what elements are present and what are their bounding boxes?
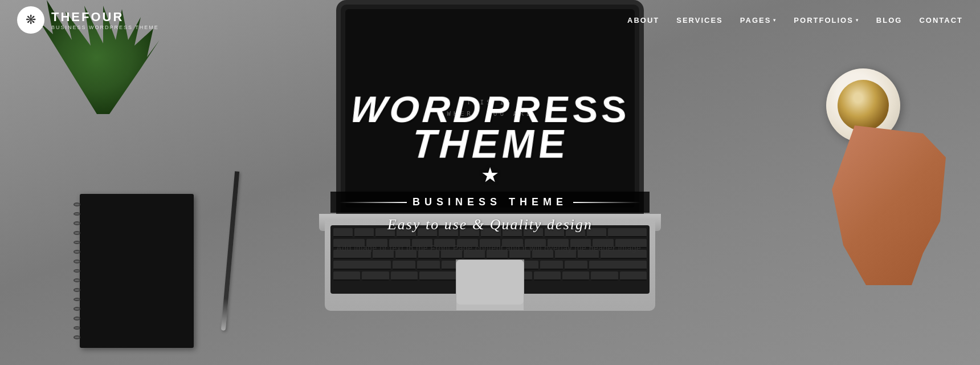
band-line-right bbox=[573, 202, 640, 203]
nav-services[interactable]: SERVICES bbox=[676, 16, 723, 25]
logo-name: THEFOUR bbox=[51, 10, 159, 25]
hero-subtitle: Add image or text to the Front Page cont… bbox=[330, 244, 650, 253]
coffee-area bbox=[786, 68, 946, 297]
hero-main-title: WORDPRESS THEME bbox=[330, 91, 650, 161]
hero-content-placeholder bbox=[456, 259, 524, 311]
nav-contact[interactable]: CONTACT bbox=[919, 16, 963, 25]
main-nav: ❋ THEFOUR BUSINESS WORDPRESS THEME ABOUT… bbox=[0, 0, 980, 40]
portfolios-dropdown-arrow: ▾ bbox=[856, 18, 859, 23]
nav-links: ABOUT SERVICES PAGES ▾ PORTFOLIOS ▾ BLOG… bbox=[627, 16, 963, 25]
logo-tagline: BUSINESS WORDPRESS THEME bbox=[51, 25, 159, 30]
star-separator: ★ bbox=[330, 161, 650, 189]
hero-section: THIS IS WHERE YOU ARE bbox=[0, 0, 980, 365]
coffee-liquid bbox=[838, 80, 889, 131]
logo-area[interactable]: ❋ THEFOUR BUSINESS WORDPRESS THEME bbox=[17, 6, 159, 34]
nav-blog[interactable]: BLOG bbox=[876, 16, 903, 25]
nav-pages[interactable]: PAGES ▾ bbox=[740, 16, 777, 25]
nav-about[interactable]: ABOUT bbox=[627, 16, 659, 25]
notebook-spiral bbox=[73, 202, 81, 339]
hand-prop bbox=[832, 125, 946, 285]
logo-icon: ❋ bbox=[17, 6, 44, 34]
business-theme-band: BUSINESS THEME bbox=[330, 192, 650, 213]
pages-dropdown-arrow: ▾ bbox=[773, 18, 777, 23]
hero-script-text: Easy to use & Quality design bbox=[330, 216, 650, 233]
notebook-prop bbox=[80, 194, 194, 348]
hero-text-overlay: WORDPRESS THEME ★ BUSINESS THEME Easy to… bbox=[330, 91, 650, 311]
logo-text-area: THEFOUR BUSINESS WORDPRESS THEME bbox=[51, 10, 159, 30]
band-line-left bbox=[340, 202, 407, 203]
nav-portfolios[interactable]: PORTFOLIOS ▾ bbox=[794, 16, 859, 25]
